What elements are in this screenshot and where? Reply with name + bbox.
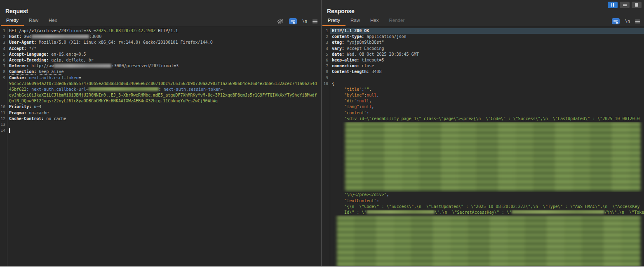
response-tabs: PrettyRawHexRender — [325, 17, 644, 26]
code-line: "{\n \"Code\" : \"Success\",\n \"LastUpd… — [322, 204, 644, 210]
code-line: 10Priority: u=4 — [0, 104, 321, 110]
square-icon — [635, 3, 638, 7]
code-line: 9Cookie: next-auth.csrf-token= — [0, 75, 321, 81]
response-pane: Response PrettyRawHexRender — [322, 0, 644, 266]
code-line: "textContent": — [322, 198, 644, 204]
editor-menu-button[interactable] — [313, 19, 317, 24]
code-line: 3User-Agent: Mozilla/5.0 (X11; Linux x86… — [0, 40, 321, 45]
request-pane-header: Request — [0, 0, 321, 17]
response-pane-title: Response — [327, 8, 355, 14]
request-pane: Request PrettyRawHex — [0, 0, 322, 266]
code-line: 9bc5c73660964a2f0718ed67a8a55747d0b5e2dd… — [0, 81, 321, 87]
tab-render[interactable]: Render — [386, 17, 408, 26]
tab-hex[interactable]: Hex — [367, 17, 381, 26]
code-line: 12Cache-Control: no-cache — [0, 116, 321, 122]
visibility-off-button[interactable] — [277, 19, 284, 24]
tab-pretty[interactable]: Pretty — [325, 17, 343, 26]
newline-toggle-button[interactable]: \n — [625, 19, 630, 24]
editor-menu-button[interactable] — [635, 19, 640, 24]
tab-raw[interactable]: Raw — [348, 17, 363, 26]
eye-off-icon — [277, 19, 284, 24]
layout-rows-button[interactable] — [620, 2, 630, 8]
code-line: 14 — [0, 128, 321, 133]
code-line: "dir":null, — [322, 98, 644, 104]
redacted-block — [322, 122, 644, 192]
rows-icon — [623, 3, 627, 7]
response-tabbar: PrettyRawHexRender \n — [322, 17, 644, 26]
redacted-inline-blur — [89, 87, 159, 91]
text-caret — [9, 128, 10, 133]
code-line: 5date: Wed, 08 Oct 2025 20:39:45 GMT — [322, 52, 644, 57]
blurred-redacted-content — [345, 122, 641, 191]
redacted-inline-blur — [367, 210, 435, 214]
code-line: 1HTTP/1.1 200 OK — [322, 28, 644, 34]
code-line: "byline":null, — [322, 92, 644, 98]
code-line: Id\" : \"\",\n \"SecretAccessKey\" : \"/… — [322, 210, 644, 215]
code-line: 9 — [322, 75, 644, 81]
response-code: 1HTTP/1.1 200 OK2content-type: applicati… — [322, 28, 644, 266]
request-tabs: PrettyRawHex — [3, 17, 321, 26]
code-line: eyJhbGciOiJkaXIiLCJlbmMiOiJBMjU2R0NNIn0.… — [0, 92, 321, 98]
request-code: 1GET /api/v1/archives/24?format=3&_=2025… — [0, 28, 321, 266]
code-line: "title":"", — [322, 87, 644, 92]
code-line: 3etag: "yxjp8n9lb38st" — [322, 40, 644, 45]
code-line: 2Host: aws:3000 — [0, 34, 321, 40]
code-line: QnlN_DQow9Fl2Juqsr22nyLJ6lc8yaODBGbCMhYH… — [0, 98, 321, 104]
pause-button[interactable] — [608, 2, 618, 8]
code-line: 4vary: Accept-Encoding — [322, 46, 644, 52]
word-wrap-icon — [290, 19, 295, 24]
redacted-inline-blur — [512, 210, 604, 214]
code-line: 6keep-alive: timeout=5 — [322, 57, 644, 63]
code-line: 6Accept-Encoding: gzip, deflate, br — [0, 57, 321, 63]
soft-wrap-button[interactable] — [289, 18, 297, 24]
response-toolbar: \n — [612, 17, 640, 26]
code-line: "content": — [322, 110, 644, 116]
code-line: 5Accept-Language: en-US,en;q=0.5 — [0, 52, 321, 57]
request-toolbar: \n — [277, 17, 317, 26]
code-line: "\n}</pre></div>", — [322, 192, 644, 198]
tab-hex[interactable]: Hex — [46, 17, 60, 26]
code-line: 13 — [0, 122, 321, 128]
blurred-redacted-content — [337, 216, 641, 266]
redacted-inline-blur — [31, 35, 89, 38]
word-wrap-icon — [613, 19, 618, 24]
code-line: 10{ — [322, 81, 644, 87]
code-line: 4Accept: */* — [0, 46, 321, 52]
code-line: 7connection: close — [322, 63, 644, 69]
response-editor[interactable]: 1HTTP/1.1 200 OK2content-type: applicati… — [322, 26, 644, 266]
request-editor[interactable]: 1GET /api/v1/archives/24?format=3&_=2025… — [0, 26, 321, 266]
hamburger-menu-icon — [635, 19, 640, 24]
pause-icon — [611, 3, 614, 7]
code-line: "<div id=\"readability-page-1\" class=\"… — [322, 116, 644, 122]
code-line: 11Pragma: no-cache — [0, 110, 321, 116]
hamburger-menu-icon — [313, 19, 317, 24]
layout-single-button[interactable] — [632, 2, 642, 8]
redacted-inline-blur — [54, 64, 111, 68]
response-pane-header: Response — [322, 0, 644, 17]
request-tabbar: PrettyRawHex — [0, 17, 321, 26]
window-controls — [608, 2, 642, 8]
tab-pretty[interactable]: Pretty — [3, 17, 21, 26]
code-line: 2content-type: application/json — [322, 34, 644, 40]
code-line: 8Connection: keep-alive — [0, 69, 321, 75]
code-line: 8Content-Length: 3408 — [322, 69, 644, 75]
redacted-block — [322, 215, 644, 266]
request-pane-title: Request — [5, 8, 28, 14]
code-line: 7Referer: http://aw:3000/preserved/20?fo… — [0, 63, 321, 69]
newline-toggle-button[interactable]: \n — [302, 19, 307, 24]
code-line: 45bf623; next-auth.callback-url=; next-a… — [0, 87, 321, 92]
soft-wrap-button[interactable] — [612, 18, 620, 24]
code-line: "lang":null, — [322, 104, 644, 110]
http-message-viewer: Request PrettyRawHex — [0, 0, 644, 266]
tab-raw[interactable]: Raw — [26, 17, 41, 26]
code-line: 1GET /api/v1/archives/24?format=3&_=2025… — [0, 28, 321, 34]
